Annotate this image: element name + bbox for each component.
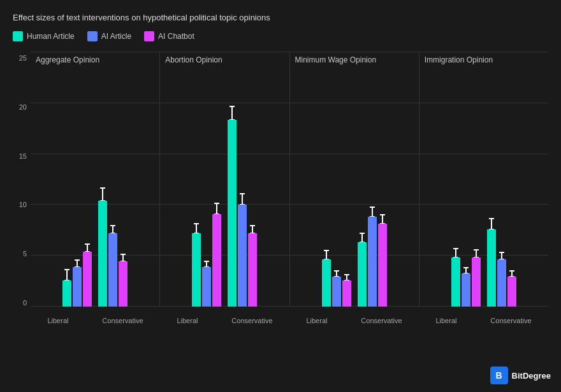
bar-wrapper xyxy=(472,258,481,307)
bar xyxy=(507,277,516,307)
bar-group xyxy=(228,120,257,307)
groups-container: Aggregate OpinionAbortion OpinionMinimum… xyxy=(31,52,548,307)
bar-wrapper xyxy=(497,259,506,307)
x-labels: LiberalConservativeLiberalConservativeLi… xyxy=(31,307,548,326)
bar-wrapper xyxy=(62,280,71,307)
bar-group xyxy=(322,259,351,307)
y-axis-label: 20 xyxy=(13,103,31,111)
y-axis-label: 5 xyxy=(13,250,31,258)
bar-wrapper xyxy=(322,259,331,307)
x-axis-label: Liberal xyxy=(306,317,327,324)
bars-pair xyxy=(160,52,289,307)
bar-wrapper xyxy=(238,205,247,307)
bar-wrapper xyxy=(507,277,516,307)
bar xyxy=(228,120,237,307)
error-bar xyxy=(242,193,243,205)
error-bar xyxy=(326,250,327,259)
bar xyxy=(342,280,351,307)
bar xyxy=(332,277,341,307)
bar-wrapper xyxy=(332,277,341,307)
x-axis-label: Liberal xyxy=(47,317,68,324)
error-bar xyxy=(231,106,233,120)
bar-group xyxy=(451,258,481,307)
y-axis: 0510152025 xyxy=(13,52,31,326)
error-bar xyxy=(122,254,124,261)
legend-item: Human Article xyxy=(13,31,75,41)
bar-wrapper xyxy=(98,201,107,307)
x-axis-label: Conservative xyxy=(361,317,402,324)
category-group: Aggregate Opinion xyxy=(31,52,160,307)
error-bar xyxy=(87,243,88,252)
error-bar xyxy=(491,218,492,229)
bar xyxy=(83,252,92,307)
bar-wrapper xyxy=(192,233,201,307)
bar xyxy=(108,233,117,307)
category-group: Immigration Opinion xyxy=(419,52,548,307)
bar-group xyxy=(358,217,387,307)
bar-group xyxy=(98,201,127,307)
bar-wrapper xyxy=(462,273,470,307)
chart-title: Effect sizes of text interventions on hy… xyxy=(13,13,548,22)
y-axis-label: 0 xyxy=(13,299,31,307)
bar xyxy=(322,259,331,307)
error-bar xyxy=(511,270,513,277)
x-label-group: LiberalConservative xyxy=(419,307,548,326)
bar xyxy=(98,201,107,307)
bar xyxy=(202,267,211,307)
bars-pair xyxy=(290,52,419,307)
bar xyxy=(192,233,201,307)
bar xyxy=(62,280,71,307)
bar xyxy=(378,224,387,307)
error-bar xyxy=(196,223,197,233)
error-bar xyxy=(476,249,477,258)
error-bar xyxy=(382,214,383,224)
x-axis-label: Liberal xyxy=(435,317,456,324)
legend-item: AI Article xyxy=(87,31,131,41)
bar-wrapper xyxy=(73,267,82,307)
chart-area: 0510152025 Aggregate OpinionAbortion Opi… xyxy=(13,52,548,326)
chart-plot: Aggregate OpinionAbortion OpinionMinimum… xyxy=(31,52,548,326)
bars-pair xyxy=(419,52,548,307)
category-group: Minimum Wage Opinion xyxy=(290,52,419,307)
bar-wrapper xyxy=(248,233,257,307)
bar xyxy=(238,205,247,307)
error-bar xyxy=(66,269,68,280)
x-label-group: LiberalConservative xyxy=(289,307,419,326)
bar xyxy=(497,259,506,307)
error-bar xyxy=(372,207,373,217)
bar xyxy=(368,217,377,307)
error-bar xyxy=(346,274,347,280)
y-axis-label: 25 xyxy=(13,54,31,62)
bar-wrapper xyxy=(108,233,117,307)
bars-pair xyxy=(31,52,159,307)
x-label-group: LiberalConservative xyxy=(160,307,289,326)
bar xyxy=(462,273,470,307)
bar-group xyxy=(192,214,221,307)
x-axis-label: Conservative xyxy=(231,317,272,324)
bar xyxy=(451,258,460,307)
error-bar xyxy=(455,248,456,258)
brand-name: BitDegree xyxy=(512,371,551,381)
bar-wrapper xyxy=(342,280,351,307)
category-group: Abortion Opinion xyxy=(160,52,289,307)
bar xyxy=(248,233,257,307)
bitdegree-logo: B BitDegree xyxy=(490,367,551,384)
error-bar xyxy=(216,203,217,214)
error-bar xyxy=(465,267,467,273)
x-axis-label: Liberal xyxy=(177,317,198,324)
bar-wrapper xyxy=(83,252,92,307)
error-bar xyxy=(336,270,337,277)
legend-item: AI Chatbot xyxy=(144,31,194,41)
y-axis-label: 10 xyxy=(13,201,31,208)
logo-icon: B xyxy=(490,367,508,384)
bar-group xyxy=(62,252,92,307)
bar xyxy=(487,229,496,307)
error-bar xyxy=(206,261,207,267)
bar xyxy=(472,258,481,307)
error-bar xyxy=(76,259,78,267)
bar-wrapper xyxy=(202,267,211,307)
bar xyxy=(212,214,221,307)
bar xyxy=(119,261,127,307)
bar-wrapper xyxy=(451,258,460,307)
bar-group xyxy=(487,229,516,307)
